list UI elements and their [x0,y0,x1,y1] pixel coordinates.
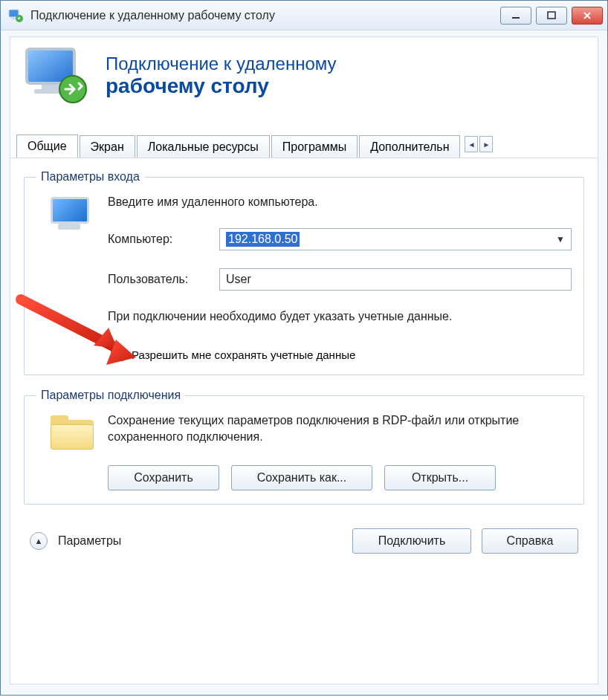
svg-rect-6 [42,85,59,89]
login-legend: Параметры входа [36,170,144,184]
user-label: Пользователь: [108,273,219,286]
banner-line1: Подключение к удаленному [106,54,337,74]
titlebar: Подключение к удаленному рабочему столу [1,1,607,30]
svg-rect-3 [512,17,520,19]
dialog-footer: ▲ Параметры Подключить Справка [24,518,584,557]
svg-rect-1 [11,18,16,19]
folder-icon [36,412,108,490]
window-buttons [500,7,603,25]
options-label: Параметры [58,534,121,548]
save-credentials-label: Разрешить мне сохранять учетные данные [132,349,355,361]
connection-group: Параметры подключения Сохранение текущих… [24,389,584,505]
tab-panel-general: Параметры входа Введите имя удаленного к… [10,158,598,684]
banner-line2: рабочему столу [106,74,337,98]
connection-legend: Параметры подключения [36,389,185,402]
window-title: Подключение к удаленному рабочему столу [30,9,500,22]
computer-label: Компьютер: [108,233,219,246]
tab-general[interactable]: Общие [16,135,78,158]
credentials-hint: При подключении необходимо будет указать… [108,308,572,325]
tab-display[interactable]: Экран [80,135,135,158]
client-area: Подключение к удаленному рабочему столу … [1,30,607,695]
app-icon [8,8,23,23]
tab-scroll-left[interactable]: ◄ [465,136,478,152]
help-button[interactable]: Справка [482,528,578,554]
collapse-options-button[interactable]: ▲ [30,532,48,550]
tab-advanced[interactable]: Дополнительн [359,135,460,158]
username-input[interactable] [219,268,572,291]
minimize-button[interactable] [500,7,531,25]
computer-combobox[interactable]: 192.168.0.50 ▼ [219,228,572,250]
save-as-button[interactable]: Сохранить как... [231,465,372,490]
login-group: Параметры входа Введите имя удаленного к… [24,170,584,375]
tab-programs[interactable]: Программы [271,135,358,158]
maximize-button[interactable] [536,7,567,25]
computer-value: 192.168.0.50 [226,232,300,247]
save-credentials-checkbox[interactable] [111,348,124,361]
tab-local-resources[interactable]: Локальные ресурсы [137,135,270,158]
connect-button[interactable]: Подключить [352,528,471,554]
computer-icon [36,194,108,361]
rdp-banner-icon [21,45,92,107]
connection-text: Сохранение текущих параметров подключени… [108,412,572,444]
login-instruction: Введите имя удаленного компьютера. [108,194,572,210]
chevron-down-icon: ▼ [556,234,565,244]
tab-scroll-right[interactable]: ► [479,136,493,152]
save-button[interactable]: Сохранить [108,465,219,490]
tab-strip: Общие Экран Локальные ресурсы Программы … [10,122,598,158]
svg-rect-4 [548,12,555,19]
banner: Подключение к удаленному рабочему столу [10,36,598,122]
open-button[interactable]: Открыть... [384,465,496,490]
rdp-dialog-window: Подключение к удаленному рабочему столу [0,0,608,696]
close-button[interactable] [572,7,603,25]
